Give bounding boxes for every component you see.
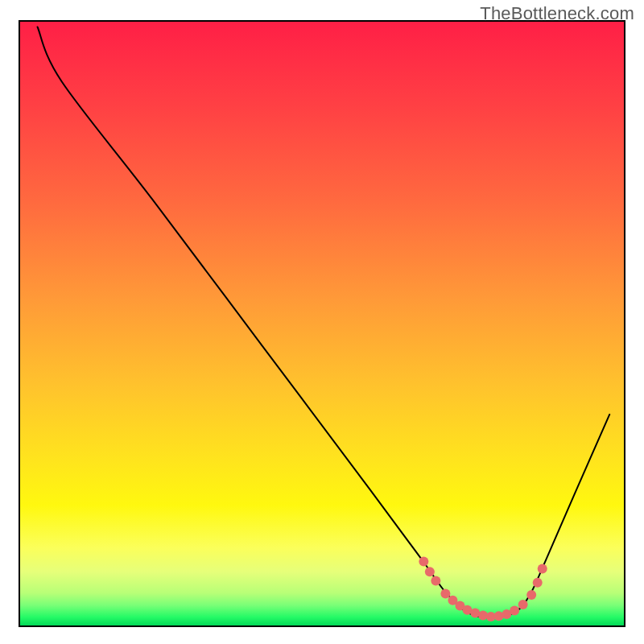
chart-container: TheBottleneck.com (0, 0, 644, 644)
highlight-dot (431, 576, 440, 586)
bottleneck-chart (0, 0, 644, 644)
highlight-dot (419, 557, 428, 567)
highlight-dot (538, 564, 547, 574)
highlight-dot (526, 590, 536, 600)
watermark-text: TheBottleneck.com (480, 3, 634, 24)
gradient-background (19, 21, 625, 626)
highlight-dot (518, 600, 528, 609)
highlight-dot (440, 588, 450, 598)
highlight-dot (510, 605, 519, 615)
highlight-dot (425, 567, 435, 576)
highlight-dot (533, 578, 543, 588)
